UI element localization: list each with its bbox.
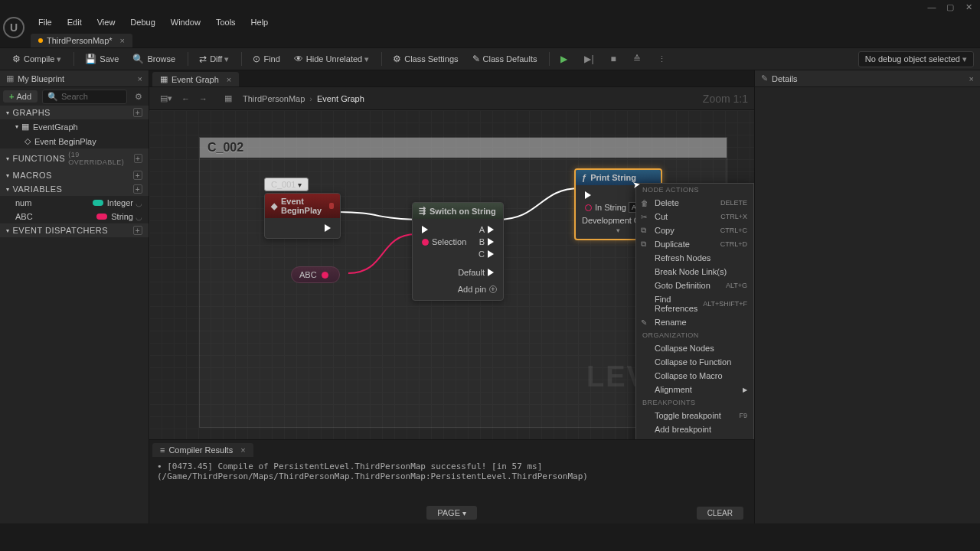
save-button[interactable]: 💾Save	[79, 51, 125, 67]
visibility-icon[interactable]: ◡	[136, 199, 142, 207]
history-dropdown[interactable]: ▤▾	[155, 90, 177, 106]
menu-window[interactable]: Window	[163, 15, 208, 29]
find-button[interactable]: ⊙Find	[247, 51, 286, 67]
node-variable-abc[interactable]: ABC	[291, 266, 340, 283]
defaults-icon: ✎	[472, 54, 480, 64]
tree-beginplay[interactable]: ◇Event BeginPlay	[0, 134, 149, 148]
add-dispatcher-icon[interactable]: +	[133, 226, 142, 235]
event-icon: ◆	[271, 201, 277, 211]
details-tab[interactable]: ✎ Details ×	[755, 70, 980, 87]
ctx-refresh[interactable]: Refresh Nodes	[636, 251, 753, 265]
my-blueprint-tab[interactable]: ▦ My Blueprint ×	[0, 70, 149, 87]
section-variables[interactable]: ▾VARIABLES+	[0, 182, 149, 196]
ctx-goto-def[interactable]: Goto DefinitionALT+G	[636, 279, 753, 292]
graph-canvas[interactable]: C_002 C_001 ▾ ◆Event BeginPlay ABC ⇶Swit…	[149, 110, 754, 439]
var-num[interactable]: numInteger◡	[0, 196, 149, 210]
ctx-alignment[interactable]: Alignment▶	[636, 383, 753, 396]
options-button[interactable]: ⋮	[652, 51, 672, 67]
ctx-add-bp[interactable]: Add breakpoint	[636, 422, 753, 436]
search-input[interactable]: 🔍Search	[42, 90, 127, 104]
add-variable-icon[interactable]: +	[133, 184, 142, 194]
tab-compiler-results[interactable]: ≡Compiler Results×	[152, 443, 253, 457]
breadcrumb-current[interactable]: Event Graph	[317, 94, 364, 103]
ctx-collapse-macro[interactable]: Collapse to Macro	[636, 369, 753, 383]
node-event-beginplay[interactable]: ◆Event BeginPlay	[264, 193, 341, 239]
maximize-button[interactable]: ▢	[942, 1, 959, 13]
ctx-break-links[interactable]: Break Node Link(s)	[636, 265, 753, 279]
ctx-rename: ✎Rename	[636, 315, 753, 329]
tab-close-icon[interactable]: ×	[240, 445, 245, 455]
stop-button[interactable]: ■	[605, 51, 626, 67]
hide-unrelated-button[interactable]: 👁Hide Unrelated▾	[288, 51, 375, 67]
selection-pin[interactable]	[422, 239, 429, 246]
settings-gear-icon[interactable]: ⚙	[132, 92, 145, 102]
menu-bar: File Edit View Debug Window Tools Help	[0, 14, 980, 31]
menu-help[interactable]: Help	[243, 15, 276, 29]
section-dispatchers[interactable]: ▾EVENT DISPATCHERS+	[0, 223, 149, 237]
menu-view[interactable]: View	[90, 15, 123, 29]
in-string-pin[interactable]	[585, 204, 592, 211]
add-button[interactable]: +Add	[3, 90, 38, 103]
ctx-find-refs[interactable]: Find ReferencesALT+SHIFT+F	[636, 292, 753, 315]
graph-icon: ▦	[21, 122, 29, 132]
ctx-duplicate[interactable]: ⧉DuplicateCTRL+D	[636, 237, 753, 251]
browse-button[interactable]: 🔍Browse	[126, 51, 181, 67]
comment-label-tag[interactable]: C_001 ▾	[264, 178, 309, 191]
ctx-collapse[interactable]: Collapse Nodes	[636, 341, 753, 355]
debug-object-select[interactable]: No debug object selected ▾	[858, 51, 974, 67]
settings-icon: ⚙	[393, 54, 401, 64]
clear-button[interactable]: CLEAR	[697, 507, 743, 520]
section-functions[interactable]: ▾FUNCTIONS(19 OVERRIDABLE)+	[0, 148, 149, 168]
tab-thirdpersonmap[interactable]: ThirdPersonMap* ×	[31, 34, 132, 47]
tab-close-icon[interactable]: ×	[120, 36, 125, 45]
play-button[interactable]: ▶	[554, 51, 577, 67]
exec-out-pin[interactable]	[325, 224, 331, 232]
node-switch-on-string[interactable]: ⇶Switch on String A SelectionB C Default…	[412, 202, 504, 301]
context-menu: NODE ACTIONS 🗑DeleteDELETE ✂CutCTRL+X ⧉C…	[635, 183, 754, 439]
minimize-button[interactable]: —	[923, 1, 940, 13]
tree-eventgraph[interactable]: ▾▦EventGraph	[0, 119, 149, 134]
menu-debug[interactable]: Debug	[122, 15, 162, 29]
class-settings-button[interactable]: ⚙Class Settings	[387, 51, 464, 67]
class-defaults-button[interactable]: ✎Class Defaults	[466, 51, 544, 67]
page-button[interactable]: PAGE ▾	[426, 506, 477, 520]
add-function-icon[interactable]: +	[134, 154, 142, 163]
close-button[interactable]: ✕	[960, 1, 977, 13]
add-macro-icon[interactable]: +	[133, 171, 142, 180]
panel-close-icon[interactable]: ×	[969, 74, 974, 83]
panel-close-icon[interactable]: ×	[138, 74, 142, 83]
eject-button[interactable]: ≙	[627, 51, 650, 67]
exec-in-pin[interactable]	[422, 226, 428, 233]
compile-button[interactable]: ⚙Compile▾	[6, 51, 67, 67]
exec-out-default-pin[interactable]	[488, 269, 494, 276]
ctx-cut[interactable]: ✂CutCTRL+X	[636, 210, 753, 223]
exec-out-b-pin[interactable]	[488, 238, 494, 246]
exec-out-c-pin[interactable]	[488, 250, 494, 258]
diff-button[interactable]: ⇄Diff▾	[193, 51, 235, 67]
add-pin-icon[interactable]: +	[489, 285, 497, 293]
tab-close-icon[interactable]: ×	[227, 75, 231, 84]
menu-file[interactable]: File	[31, 15, 60, 29]
zoom-level: Zoom 1:1	[703, 93, 748, 105]
var-abc[interactable]: ABCString◡	[0, 210, 149, 223]
breadcrumb-parent[interactable]: ThirdPersonMap	[243, 94, 305, 103]
exec-in-pin[interactable]	[585, 191, 591, 199]
section-graphs[interactable]: ▾GRAPHS+	[0, 106, 149, 119]
menu-tools[interactable]: Tools	[208, 15, 243, 29]
data-out-pin[interactable]	[322, 272, 328, 279]
section-macros[interactable]: ▾MACROS+	[0, 168, 149, 182]
tab-event-graph[interactable]: ▦Event Graph×	[152, 72, 239, 86]
comment-title[interactable]: C_002	[200, 138, 727, 158]
history-forward[interactable]: →	[194, 91, 212, 106]
add-graph-icon[interactable]: +	[133, 108, 142, 117]
ctx-toggle-bp[interactable]: Toggle breakpointF9	[636, 409, 753, 422]
visibility-icon[interactable]: ◡	[136, 213, 142, 221]
history-back[interactable]: ←	[177, 91, 194, 106]
step-button[interactable]: ▶|	[578, 51, 603, 67]
ctx-collapse-fn[interactable]: Collapse to Function	[636, 355, 753, 369]
exec-out-a-pin[interactable]	[488, 226, 494, 233]
menu-edit[interactable]: Edit	[60, 15, 90, 29]
ctx-copy[interactable]: ⧉CopyCTRL+C	[636, 223, 753, 237]
graph-grid-icon[interactable]: ▦	[220, 90, 237, 106]
ctx-delete[interactable]: 🗑DeleteDELETE	[636, 196, 753, 210]
